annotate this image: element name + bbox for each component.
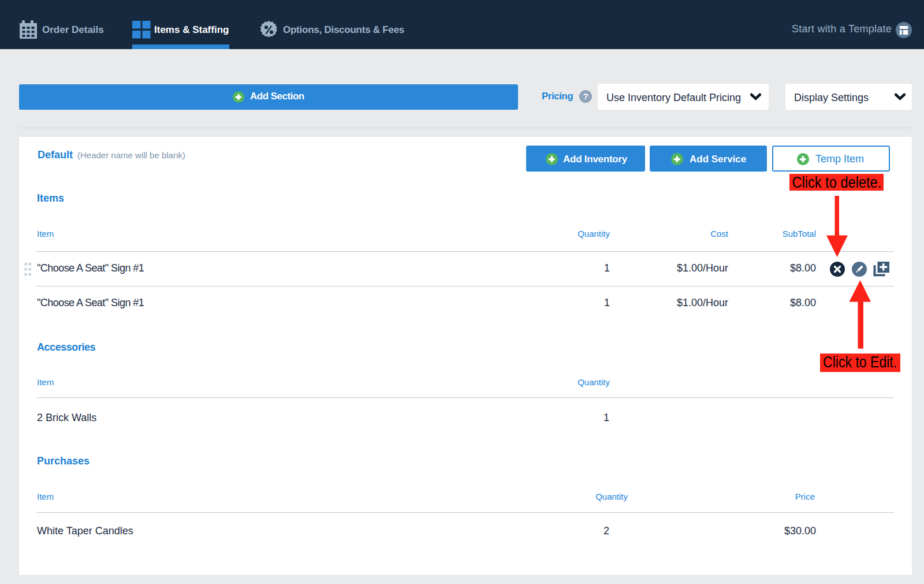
svg-text:?: ? (583, 91, 588, 101)
